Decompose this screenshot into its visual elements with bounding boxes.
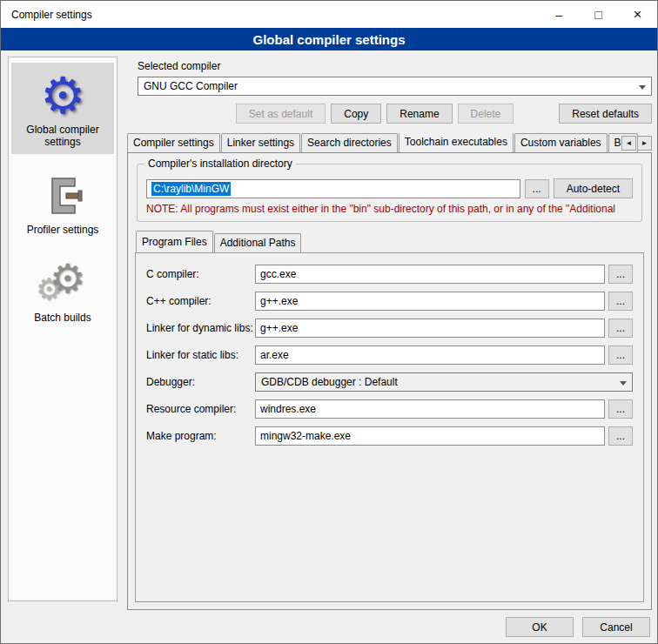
make-program-browse-button[interactable]: ... (608, 426, 633, 446)
static-linker-label: Linker for static libs: (146, 349, 255, 361)
tab-custom-variables[interactable]: Custom variables (514, 133, 608, 152)
debugger-label: Debugger: (146, 376, 255, 388)
form-row-debugger: Debugger: GDB/CDB debugger : Default (146, 372, 633, 392)
window-title: Compiler settings (1, 9, 540, 21)
static-linker-browse-button[interactable]: ... (608, 345, 633, 365)
subtab-program-files[interactable]: Program Files (136, 231, 213, 252)
debugger-select-value: GDB/CDB debugger : Default (261, 376, 398, 388)
resource-compiler-input[interactable] (255, 399, 605, 419)
gear-icon: ⚙ (13, 68, 112, 124)
main-area: Selected compiler GNU GCC Compiler Set a… (127, 55, 652, 610)
title-bar: Compiler settings – □ × (1, 1, 657, 28)
program-files-tabstrip: Program Files Additional Paths (135, 234, 644, 252)
compiler-select[interactable]: GNU GCC Compiler (138, 77, 652, 96)
c-compiler-label: C compiler: (146, 268, 255, 280)
cpp-compiler-browse-button[interactable]: ... (608, 292, 633, 311)
tab-scroll-left-button[interactable]: ◄ (621, 136, 636, 151)
resource-compiler-label: Resource compiler: (146, 403, 255, 415)
clamp-icon (13, 168, 112, 224)
compiler-buttons-row: Set as default Copy Rename Delete Reset … (138, 104, 652, 124)
set-as-default-button: Set as default (236, 104, 326, 124)
make-program-label: Make program: (146, 430, 255, 442)
sidebar-item-label: Global compiler settings (13, 124, 112, 148)
gears-icon: ⚙ ⚙ (13, 256, 112, 312)
ok-button[interactable]: OK (506, 617, 574, 637)
close-button[interactable]: × (618, 1, 657, 28)
chevron-down-icon (620, 381, 627, 386)
c-compiler-input[interactable] (255, 265, 605, 284)
browse-directory-button[interactable]: ... (525, 179, 549, 198)
toolchain-panel: Compiler's installation directory C:\ray… (127, 152, 652, 610)
dialog-footer: OK Cancel (506, 617, 650, 637)
sidebar-item-batch-builds[interactable]: ⚙ ⚙ Batch builds (11, 251, 114, 330)
tab-toolchain-executables[interactable]: Toolchain executables (399, 133, 514, 152)
form-row-resource-compiler: Resource compiler: ... (146, 399, 633, 419)
tab-scroll-right-button[interactable]: ► (637, 136, 652, 151)
compiler-select-value: GNU GCC Compiler (144, 80, 238, 92)
rename-button[interactable]: Rename (386, 104, 452, 124)
bin-subdirectory-note: NOTE: All programs must exist either in … (146, 203, 633, 215)
copy-button[interactable]: Copy (331, 104, 381, 124)
auto-detect-button[interactable]: Auto-detect (554, 178, 633, 198)
installation-directory-label: Compiler's installation directory (144, 158, 296, 170)
settings-sidebar: ⚙ Global compiler settings Profiler sett… (8, 57, 118, 601)
tab-scroll-buttons: ◄ ► (621, 136, 652, 151)
debugger-select[interactable]: GDB/CDB debugger : Default (255, 372, 633, 392)
dynamic-linker-browse-button[interactable]: ... (608, 319, 633, 338)
settings-tabstrip: Compiler settings Linker settings Search… (127, 133, 652, 152)
make-program-input[interactable] (255, 426, 605, 446)
installation-directory-input[interactable]: C:\raylib\MinGW (146, 179, 520, 198)
dynamic-linker-input[interactable] (255, 319, 605, 338)
compiler-settings-dialog: Compiler settings – □ × Global compiler … (0, 0, 658, 644)
chevron-down-icon (639, 85, 646, 90)
maximize-button[interactable]: □ (579, 1, 618, 28)
dynamic-linker-label: Linker for dynamic libs: (146, 322, 255, 334)
subtab-additional-paths[interactable]: Additional Paths (214, 233, 302, 252)
form-row-dynamic-linker: Linker for dynamic libs: ... (146, 319, 633, 338)
program-files-panel: C compiler: ... C++ compiler: ... Linker… (135, 252, 644, 602)
delete-button: Delete (458, 104, 514, 124)
form-row-make-program: Make program: ... (146, 426, 633, 446)
c-compiler-browse-button[interactable]: ... (608, 265, 633, 284)
selected-compiler-label: Selected compiler (138, 60, 652, 72)
tab-linker-settings[interactable]: Linker settings (221, 133, 300, 152)
minimize-button[interactable]: – (540, 1, 579, 28)
sidebar-item-profiler-settings[interactable]: Profiler settings (11, 163, 114, 242)
resource-compiler-browse-button[interactable]: ... (608, 399, 633, 419)
sidebar-item-label: Batch builds (13, 312, 112, 324)
form-row-cpp-compiler: C++ compiler: ... (146, 292, 633, 311)
window-controls: – □ × (540, 1, 657, 28)
tab-compiler-settings[interactable]: Compiler settings (127, 133, 220, 152)
page-title: Global compiler settings (1, 28, 657, 50)
form-row-c-compiler: C compiler: ... (146, 265, 633, 284)
tab-search-directories[interactable]: Search directories (301, 133, 398, 152)
cancel-button[interactable]: Cancel (582, 617, 650, 637)
reset-defaults-button[interactable]: Reset defaults (559, 104, 652, 124)
installation-directory-value: C:\raylib\MinGW (151, 182, 231, 196)
sidebar-item-label: Profiler settings (13, 224, 112, 236)
installation-directory-group: Compiler's installation directory C:\ray… (137, 164, 642, 222)
cpp-compiler-input[interactable] (255, 292, 605, 311)
sidebar-item-global-compiler-settings[interactable]: ⚙ Global compiler settings (11, 63, 114, 154)
cpp-compiler-label: C++ compiler: (146, 295, 255, 307)
form-row-static-linker: Linker for static libs: ... (146, 345, 633, 365)
static-linker-input[interactable] (255, 345, 605, 365)
